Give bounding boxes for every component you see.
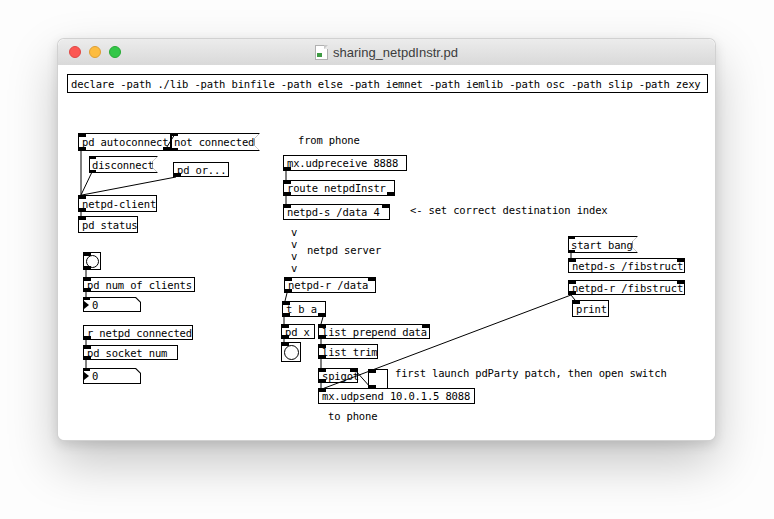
inlet-nub[interactable] [369,370,376,373]
object-box-mx-udpsend-10-0-1-5-8088[interactable]: mx.udpsend 10.0.1.5 8088 [318,388,475,404]
message-box-start-bang[interactable]: start bang [568,236,638,253]
box-label: v [291,250,297,262]
number-box-0[interactable]: 0 [83,297,141,312]
object-box-netpd-client[interactable]: netpd-client [78,195,157,212]
box-label: mx.udpreceive 8888 [284,156,406,170]
inlet-nub[interactable] [171,133,178,136]
inlet-nub[interactable] [368,278,375,281]
outlet-nub[interactable] [174,173,181,176]
inlet-nub[interactable] [83,297,90,300]
inlet-nub[interactable] [319,325,326,328]
outlet-nub[interactable] [84,336,91,339]
inlet-nub[interactable] [84,278,91,281]
box-label: 0 [83,368,141,384]
toggle-switch[interactable] [368,369,388,389]
object-box-pd-x[interactable]: pd x [281,324,315,339]
bang-button[interactable] [83,252,101,270]
inlet-nub[interactable] [350,369,357,372]
box-label: netpd-client [79,196,156,211]
inlet-nub[interactable] [569,281,576,284]
inlet-nub[interactable] [83,368,90,371]
outlet-nub[interactable] [283,313,290,316]
object-box-r-netpd-connected[interactable]: r netpd_connected [83,325,193,340]
object-box-pd-socket-num[interactable]: pd socket_num [83,345,178,360]
inlet-nub[interactable] [89,156,96,159]
inlet-nub[interactable] [282,343,289,346]
inlet-nub[interactable] [422,325,429,328]
box-label: v [291,226,297,238]
object-box-pd-or[interactable]: pd or... [173,162,229,177]
inlet-nub[interactable] [79,196,86,199]
inlet-nub[interactable] [84,253,91,256]
inlet-nub[interactable] [284,181,291,184]
inlet-nub[interactable] [84,346,91,349]
outlet-nub[interactable] [163,147,170,150]
object-box-netpd-s-data-4[interactable]: netpd-s /data 4 [283,204,390,220]
outlet-nub[interactable] [282,335,289,338]
outlet-nub[interactable] [284,167,291,170]
object-box-spigot[interactable]: spigot [318,368,358,383]
inlet-nub[interactable] [568,236,575,239]
outlet-nub[interactable] [387,192,394,195]
inlet-nub[interactable] [569,259,576,262]
object-box-declare-path-lib-path-binfile-path-else-[interactable]: declare -path ./lib -path binfile -path … [67,74,708,93]
outlet-nub[interactable] [84,266,91,269]
box-label: r netpd_connected [84,326,192,339]
object-box-list-prepend-data[interactable]: list prepend data [318,324,430,339]
outlet-nub[interactable] [79,147,86,150]
inlet-nub[interactable] [677,281,684,284]
bang-button[interactable] [281,342,301,362]
box-label: pd status [79,217,137,232]
outlet-nub[interactable] [84,288,91,291]
inlet-nub[interactable] [79,217,86,220]
outlet-nub[interactable] [319,379,326,382]
inlet-nub[interactable] [282,325,289,328]
outlet-nub[interactable] [318,313,325,316]
inlet-nub[interactable] [382,205,389,208]
comment-text-to-phone: to phone [328,410,377,422]
object-box-pd-autoconnect[interactable]: pd autoconnect [78,133,171,151]
object-box-pd-num-of-clients[interactable]: pd num_of_clients [83,277,195,292]
inlet-nub[interactable] [573,301,580,304]
object-box-route-netpdinstr[interactable]: route netpdInstr [283,180,395,196]
outlet-nub[interactable] [84,356,91,359]
inlet-nub[interactable] [319,369,326,372]
object-box-print[interactable]: print [572,300,609,317]
inlet-nub[interactable] [319,389,326,392]
outlet-nub[interactable] [89,170,96,173]
patch-nodes: declare -path ./lib -path binfile -path … [0,0,774,519]
inlet-nub[interactable] [285,278,292,281]
box-label: netpd server [307,244,381,256]
message-box-not-connected[interactable]: not connected [171,133,260,151]
outlet-nub[interactable] [79,208,86,211]
box-label: netpd-r /data [285,278,375,292]
box-label: pd or... [174,163,228,176]
outlet-nub[interactable] [284,192,291,195]
inlet-nub[interactable] [677,259,684,262]
object-box-t-b-a[interactable]: t b a [282,301,326,317]
box-label: disconnect [89,156,158,173]
object-box-pd-status[interactable]: pd status [78,216,138,233]
object-box-netpd-s-fibstruct[interactable]: netpd-s /fibstruct [568,258,685,273]
outlet-nub[interactable] [171,148,178,151]
object-box-netpd-r-data[interactable]: netpd-r /data [284,277,376,293]
box-label: not connected [171,133,260,151]
outlet-nub[interactable] [285,289,292,292]
comment-text-from-phone: from phone [298,134,360,146]
inlet-nub[interactable] [79,134,86,137]
inlet-nub[interactable] [319,345,326,348]
comment-text-set-correct-destination-index: <- set correct destination index [410,204,608,216]
outlet-nub[interactable] [569,291,576,294]
message-box-disconnect[interactable]: disconnect [89,156,158,173]
number-box-0[interactable]: 0 [83,368,141,384]
inlet-nub[interactable] [284,205,291,208]
outlet-nub[interactable] [319,335,326,338]
inlet-nub[interactable] [283,302,290,305]
box-label: start bang [568,236,638,253]
object-box-mx-udpreceive-8888[interactable]: mx.udpreceive 8888 [283,155,407,171]
outlet-nub[interactable] [568,250,575,253]
object-box-list-trim[interactable]: list trim [318,344,378,359]
object-box-netpd-r-fibstruct[interactable]: netpd-r /fibstruct [568,280,685,295]
box-label: list trim [319,345,377,358]
outlet-nub[interactable] [319,355,326,358]
